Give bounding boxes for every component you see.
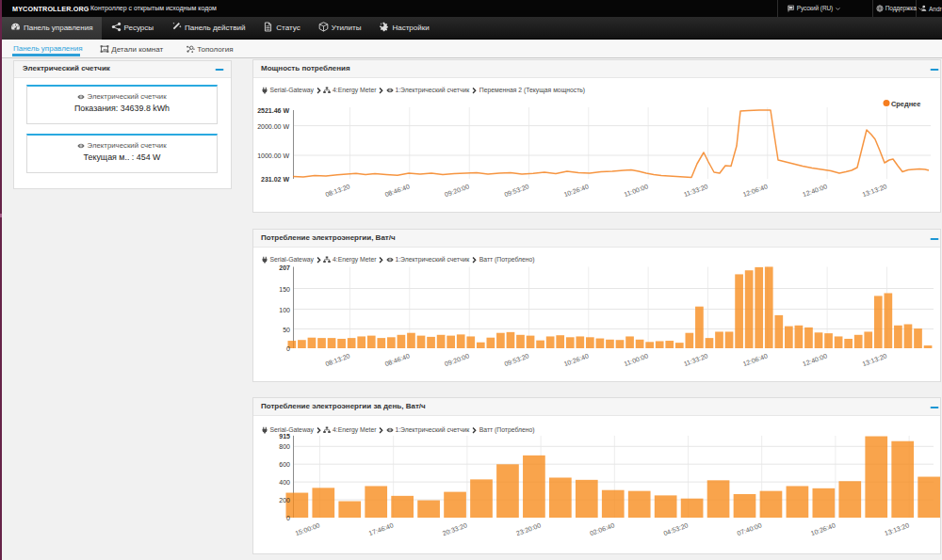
svg-text:23:20:00: 23:20:00 [515,521,542,536]
svg-text:150: 150 [279,286,290,293]
svg-text:50: 50 [283,327,290,333]
svg-text:20:33:20: 20:33:20 [442,521,468,536]
svg-text:08:13:20: 08:13:20 [324,352,350,367]
svg-text:15:00:00: 15:00:00 [294,521,320,536]
svg-text:800: 800 [279,443,290,450]
svg-text:07:40:00: 07:40:00 [737,521,763,536]
svg-text:10:26:40: 10:26:40 [563,352,590,367]
svg-text:02:06:40: 02:06:40 [589,521,615,536]
svg-text:10:26:40: 10:26:40 [810,521,836,536]
svg-text:915: 915 [279,433,290,440]
svg-text:0: 0 [286,345,290,352]
svg-text:11:00:00: 11:00:00 [623,352,649,367]
svg-text:400: 400 [279,479,290,486]
svg-text:09:20:00: 09:20:00 [444,352,470,367]
svg-text:600: 600 [279,461,290,468]
svg-text:11:33:20: 11:33:20 [683,352,709,367]
svg-text:207: 207 [279,264,290,271]
svg-text:12:06:40: 12:06:40 [742,352,769,367]
svg-text:17:46:40: 17:46:40 [368,521,395,536]
svg-text:12:40:00: 12:40:00 [802,352,828,367]
svg-text:0: 0 [286,515,290,521]
svg-text:04:53:20: 04:53:20 [662,521,689,536]
svg-text:08:46:40: 08:46:40 [384,352,411,367]
svg-text:09:53:20: 09:53:20 [503,352,529,367]
svg-text:13:13:20: 13:13:20 [884,521,910,536]
svg-text:100: 100 [279,307,290,313]
svg-text:200: 200 [279,497,290,504]
svg-text:13:13:20: 13:13:20 [861,352,887,367]
